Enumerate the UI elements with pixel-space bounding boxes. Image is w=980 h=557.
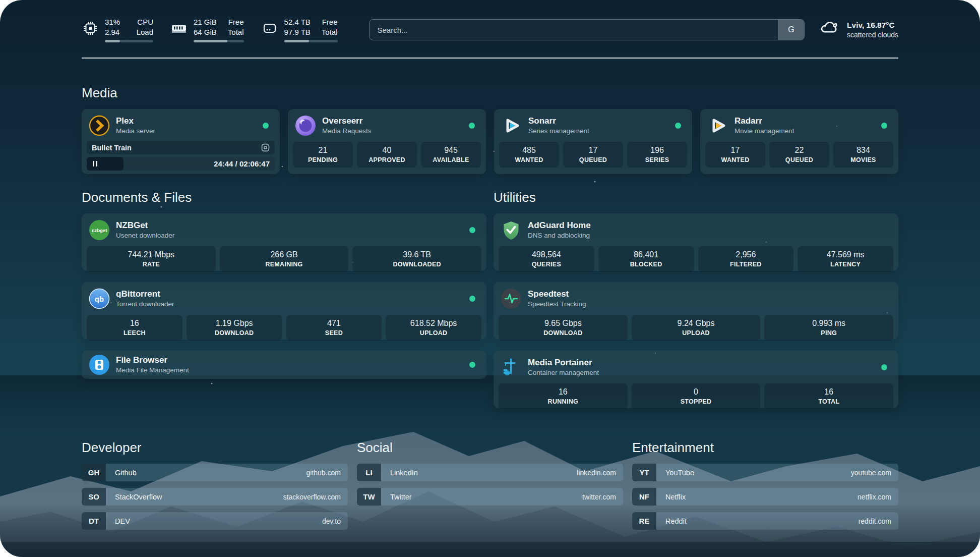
service-name: AdGuard Home [528,220,591,231]
top-bar: 31%2.94 CPULoad [82,15,898,44]
stat-tile: 744.21 Mbps RATE [87,246,216,272]
memory-stat: 21 GiB64 GiB FreeTotal [170,17,244,42]
stat-value: 266 GB [222,250,347,260]
stat-value: 9.65 Gbps [501,318,626,328]
service-card-radarr[interactable]: Radarr Movie management 17 WANTED 22 QUE… [700,109,898,174]
stat-tile: 945 AVAILABLE [421,142,481,168]
stat-label: DOWNLOAD [501,329,626,337]
service-card-portainer[interactable]: Media Portainer Container management 16 … [494,351,898,408]
stat-tile: 47.569 ms LATENCY [798,246,893,272]
service-name: Sonarr [528,116,589,126]
stat-label: UPLOAD [634,329,759,337]
search-bar: G [369,19,805,40]
stat-label: RUNNING [501,398,626,405]
stat-label: WANTED [707,156,763,163]
search-input[interactable] [370,20,778,40]
stat-label: SERIES [629,156,685,163]
service-subtitle: Movie management [734,127,794,135]
service-card-plex[interactable]: Plex Media server Bullet Train [82,109,280,174]
service-card-speedtest[interactable]: Speedtest Speedtest Tracking 9.65 Gbps D… [494,282,898,340]
now-playing-title: Bullet Train [92,144,132,152]
service-name: File Browser [116,355,189,365]
stat-tile: 22 QUEUED [769,142,829,168]
service-name: Plex [116,116,155,126]
section-title-social: Social [357,439,623,456]
stat-value: 196 [629,145,685,155]
bookmark-reddit[interactable]: RE Reddit reddit.com [632,512,898,530]
bookmark-name: YouTube [657,464,694,481]
service-card-sonarr[interactable]: Sonarr Series management 485 WANTED 17 Q… [494,109,692,174]
bookmark-url: netflix.com [858,488,898,506]
media-card-row: Plex Media server Bullet Train [82,109,898,174]
status-dot [881,123,887,129]
service-card-filebrowser[interactable]: File Browser Media File Management [82,351,486,379]
stat-value: 485 [501,145,557,155]
service-card-overseerr[interactable]: Overseerr Media Requests 21 PENDING 40 A… [288,109,486,174]
stat-label: QUEUED [771,156,827,163]
status-dot [469,227,475,233]
search-engine-button[interactable]: G [778,20,804,40]
bookmark-name: Twitter [382,488,412,506]
service-subtitle: Speedtest Tracking [528,300,586,308]
section-title-entertainment: Entertainment [632,439,898,456]
dashboard: 31%2.94 CPULoad [0,0,980,557]
stat-label: WANTED [501,156,557,163]
disk-icon [261,17,278,39]
weather-widget[interactable]: Lviv, 16.87°C scattered clouds [819,20,898,40]
bookmark-github[interactable]: GH Github github.com [82,464,348,481]
stat-tile: 266 GB REMAINING [220,246,349,272]
portainer-icon [501,357,522,378]
bookmark-abbr: TW [357,488,381,506]
stat-value: 618.52 Mbps [388,318,479,328]
weather-condition: scattered clouds [847,31,898,39]
nzbget-icon: nzbget [89,219,110,241]
bookmark-youtube[interactable]: YT YouTube youtube.com [632,464,898,481]
bookmark-twitter[interactable]: TW Twitter twitter.com [357,488,623,506]
service-subtitle: Usenet downloader [116,232,174,240]
status-dot [675,123,681,129]
stat-label: UPLOAD [388,329,479,337]
speedtest-icon [501,288,522,309]
service-name: qBittorrent [116,289,174,299]
svg-text:nzbget: nzbget [92,228,107,233]
service-name: NZBGet [116,220,174,231]
stat-label: SEED [288,329,380,337]
stat-label: STOPPED [634,398,759,405]
radarr-icon [707,115,728,136]
stat-label: TOTAL [766,398,891,405]
service-name: Overseerr [322,116,372,126]
service-card-nzbget[interactable]: nzbget NZBGet Usenet downloader 74 [82,213,486,271]
service-name: Media Portainer [528,358,599,368]
stat-value: 744.21 Mbps [89,250,214,260]
playback-time: 24:44 / 02:06:47 [214,159,270,168]
stat-tile: 471 SEED [286,315,382,341]
service-card-qbittorrent[interactable]: qb qBittorrent Torrent downloader [82,282,486,340]
bookmark-section-entertainment: Entertainment YT YouTube youtube.com NF … [632,439,898,536]
service-subtitle: Series management [528,127,589,135]
bookmark-stackoverflow[interactable]: SO StackOverflow stackoverflow.com [82,488,348,506]
bookmark-linkedin[interactable]: LI LinkedIn linkedin.com [357,464,623,481]
disk-progress-bar [284,40,338,42]
bookmark-abbr: YT [632,464,656,481]
bookmark-dev[interactable]: DT DEV dev.to [82,512,348,530]
service-subtitle: Media File Management [116,366,189,374]
service-name: Radarr [734,116,794,126]
bookmark-netflix[interactable]: NF Netflix netflix.com [632,488,898,506]
cpu-labels: CPULoad [137,17,153,37]
bookmark-name: Netflix [657,488,686,506]
stat-value: 0.993 ms [766,318,891,328]
stat-value: 86,401 [600,250,692,260]
stat-tile: 39.6 TB DOWNLOADED [352,246,481,272]
bookmark-abbr: GH [82,464,106,481]
cpu-progress-bar [105,40,153,42]
stat-value: 47.569 ms [800,250,891,260]
stat-tile: 17 QUEUED [563,142,623,168]
stat-label: BLOCKED [600,261,692,268]
plex-icon [89,115,110,136]
stat-tile: 86,401 BLOCKED [598,246,694,272]
status-dot [469,296,475,302]
service-card-adguard[interactable]: AdGuard Home DNS and adblocking 498,564 … [494,213,898,271]
stat-label: RATE [89,261,214,268]
memory-values: 21 GiB64 GiB [194,17,217,37]
playback-progress-fill [87,157,124,171]
